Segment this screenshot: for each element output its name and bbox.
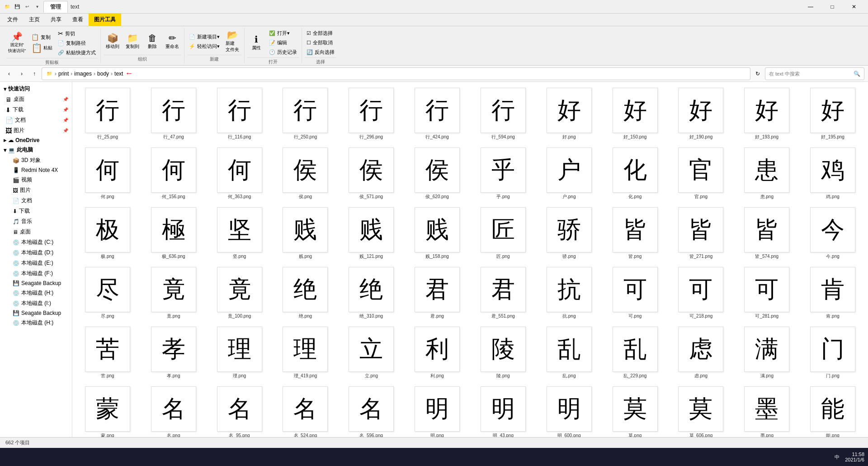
list-item[interactable]: 竟 竟.png bbox=[142, 265, 205, 322]
list-item[interactable]: 墨 墨.png bbox=[735, 384, 798, 437]
list-item[interactable]: 官 官.png bbox=[669, 145, 732, 202]
list-item[interactable]: 侯 侯_571.png bbox=[340, 145, 403, 202]
list-item[interactable]: 名 名.png bbox=[142, 384, 205, 437]
list-item[interactable]: 今 今.png bbox=[801, 205, 864, 262]
sidebar-item-seagate2[interactable]: 💾 Seagate Backup bbox=[0, 309, 72, 318]
list-item[interactable]: 可 可_281.png bbox=[735, 265, 798, 322]
list-item[interactable]: 贱 贱.png bbox=[274, 205, 337, 262]
list-item[interactable]: 门 门.png bbox=[801, 324, 864, 381]
list-item[interactable]: 皆 皆.png bbox=[604, 205, 667, 262]
deselect-all-button[interactable]: ☐全部取消 bbox=[305, 38, 336, 47]
copy-path-button[interactable]: 📄复制路径 bbox=[56, 39, 98, 48]
sidebar-item-redmi[interactable]: 📱 Redmi Note 4X bbox=[0, 166, 72, 175]
this-pc-header[interactable]: ▾ 💻 此电脑 bbox=[0, 145, 72, 155]
list-item[interactable]: 明 明.png bbox=[406, 384, 469, 437]
list-item[interactable]: 乱 乱.png bbox=[538, 324, 601, 381]
list-item[interactable]: 匠 匠.png bbox=[472, 205, 535, 262]
search-input[interactable] bbox=[769, 71, 854, 76]
sidebar-item-3d[interactable]: 📦 3D 对象 bbox=[0, 155, 72, 166]
sidebar-item-desktop2[interactable]: 🖥 桌面 bbox=[0, 227, 72, 237]
tab-picture-tools[interactable]: 图片工具 bbox=[89, 14, 121, 26]
sidebar-item-drive-f[interactable]: 💿 本地磁盘 (F:) bbox=[0, 268, 72, 279]
list-item[interactable]: 绝 绝.png bbox=[274, 265, 337, 322]
sidebar-item-pictures2[interactable]: 🖼 图片 bbox=[0, 185, 72, 195]
list-item[interactable]: 尽 尽.png bbox=[76, 265, 139, 322]
address-path[interactable]: 📁 › print › images › body › text ← bbox=[42, 67, 750, 80]
list-item[interactable]: 肯 肯.png bbox=[801, 265, 864, 322]
list-item[interactable]: 行 行_116.png bbox=[208, 86, 271, 143]
tab-file[interactable]: 文件 bbox=[2, 14, 24, 26]
list-item[interactable]: 侯 侯_620.png bbox=[406, 145, 469, 202]
list-item[interactable]: 抗 抗.png bbox=[538, 265, 601, 322]
path-text[interactable]: text bbox=[114, 71, 123, 77]
list-item[interactable]: 可 可.png bbox=[604, 265, 667, 322]
refresh-button[interactable]: ↻ bbox=[752, 68, 763, 79]
sidebar-item-drive-h[interactable]: 💿 本地磁盘 (H:) bbox=[0, 288, 72, 298]
list-item[interactable]: 理 理_419.png bbox=[274, 324, 337, 381]
invert-selection-button[interactable]: 🔄反向选择 bbox=[305, 48, 336, 57]
sidebar-item-drive-e[interactable]: 💿 本地磁盘 (E:) bbox=[0, 258, 72, 268]
list-item[interactable]: 名 名_95.png bbox=[208, 384, 271, 437]
tab-view[interactable]: 查看 bbox=[67, 14, 89, 26]
list-item[interactable]: 行 行_250.png bbox=[274, 86, 337, 143]
list-item[interactable]: 行 行_594.png bbox=[472, 86, 535, 143]
new-item-button[interactable]: 📄新建项目▾ bbox=[187, 33, 222, 41]
close-button[interactable]: ✕ bbox=[844, 0, 864, 14]
sidebar-item-drive-c[interactable]: 💿 本地磁盘 (C:) bbox=[0, 237, 72, 247]
list-item[interactable]: 满 满.png bbox=[735, 324, 798, 381]
list-item[interactable]: 孝 孝.png bbox=[142, 324, 205, 381]
list-item[interactable]: 何 何_363.png bbox=[208, 145, 271, 202]
list-item[interactable]: 名 名_596.png bbox=[340, 384, 403, 437]
dropdown-icon[interactable]: ▾ bbox=[33, 3, 41, 10]
list-item[interactable]: 好 好_195.png bbox=[801, 86, 864, 143]
list-item[interactable]: 莫 莫.png bbox=[604, 384, 667, 437]
list-item[interactable]: 陵 陵.png bbox=[472, 324, 535, 381]
search-box[interactable]: 🔍 bbox=[765, 67, 864, 80]
list-item[interactable]: 好 好_190.png bbox=[669, 86, 732, 143]
path-body[interactable]: body bbox=[97, 71, 109, 77]
open-button[interactable]: ✅打开▾ bbox=[267, 29, 299, 38]
list-item[interactable]: 苦 苦.png bbox=[76, 324, 139, 381]
sidebar-item-desktop[interactable]: 🖥 桌面 📌 bbox=[0, 94, 72, 105]
list-item[interactable]: 行 行_25.png bbox=[76, 86, 139, 143]
tab-share[interactable]: 共享 bbox=[45, 14, 67, 26]
list-item[interactable]: 名 名_524.png bbox=[274, 384, 337, 437]
sidebar-item-video[interactable]: 🎬 视频 bbox=[0, 175, 72, 185]
list-item[interactable]: 鸡 鸡.png bbox=[801, 145, 864, 202]
sidebar-item-pictures[interactable]: 🖼 图片 📌 bbox=[0, 125, 72, 136]
list-item[interactable]: 皆 皆_574.png bbox=[735, 205, 798, 262]
sidebar-item-drive-d[interactable]: 💿 本地磁盘 (D:) bbox=[0, 247, 72, 258]
list-item[interactable]: 利 利.png bbox=[406, 324, 469, 381]
list-item[interactable]: 乎 乎.png bbox=[472, 145, 535, 202]
paste-button[interactable]: 📋 粘贴 bbox=[29, 43, 54, 53]
list-item[interactable]: 行 行_47.png bbox=[142, 86, 205, 143]
pin-quick-access-button[interactable]: 📌 固定到"快速访问" bbox=[6, 31, 28, 55]
history-button[interactable]: 🕐历史记录 bbox=[267, 48, 299, 57]
rename-button[interactable]: ✏ 重命名 bbox=[163, 33, 181, 51]
edit-button[interactable]: 📝编辑 bbox=[267, 38, 299, 47]
easy-access-button[interactable]: ⚡轻松访问▾ bbox=[187, 42, 222, 51]
list-item[interactable]: 绝 绝_310.png bbox=[340, 265, 403, 322]
list-item[interactable]: 極 极_636.png bbox=[142, 205, 205, 262]
list-item[interactable]: 侯 侯.png bbox=[274, 145, 337, 202]
list-item[interactable]: 理 理.png bbox=[208, 324, 271, 381]
list-item[interactable]: 明 明_600.png bbox=[538, 384, 601, 437]
sidebar-item-downloads2[interactable]: ⬇ 下载 bbox=[0, 206, 72, 216]
list-item[interactable]: 莫 莫_606.png bbox=[669, 384, 732, 437]
forward-button[interactable]: › bbox=[16, 68, 27, 79]
list-item[interactable]: 立 立.png bbox=[340, 324, 403, 381]
list-item[interactable]: 行 行_424.png bbox=[406, 86, 469, 143]
list-item[interactable]: 骄 骄.png bbox=[538, 205, 601, 262]
sidebar-item-drive-i[interactable]: 💿 本地磁盘 (I:) bbox=[0, 298, 72, 309]
list-item[interactable]: 可 可_218.png bbox=[669, 265, 732, 322]
new-folder-button[interactable]: 📂 新建文件夹 bbox=[223, 29, 241, 54]
select-all-button[interactable]: ☑全部选择 bbox=[305, 29, 336, 38]
list-item[interactable]: 好 好_193.png bbox=[735, 86, 798, 143]
paste-shortcut-button[interactable]: 🔗粘贴快捷方式 bbox=[56, 48, 98, 57]
quick-access-header[interactable]: ▾ 快速访问 bbox=[0, 84, 72, 94]
tab-home[interactable]: 主页 bbox=[24, 14, 45, 26]
list-item[interactable]: 虑 虑.png bbox=[669, 324, 732, 381]
sidebar-item-music[interactable]: 🎵 音乐 bbox=[0, 216, 72, 227]
list-item[interactable]: 乱 乱_229.png bbox=[604, 324, 667, 381]
sidebar-item-seagate1[interactable]: 💾 Seagate Backup bbox=[0, 279, 72, 288]
